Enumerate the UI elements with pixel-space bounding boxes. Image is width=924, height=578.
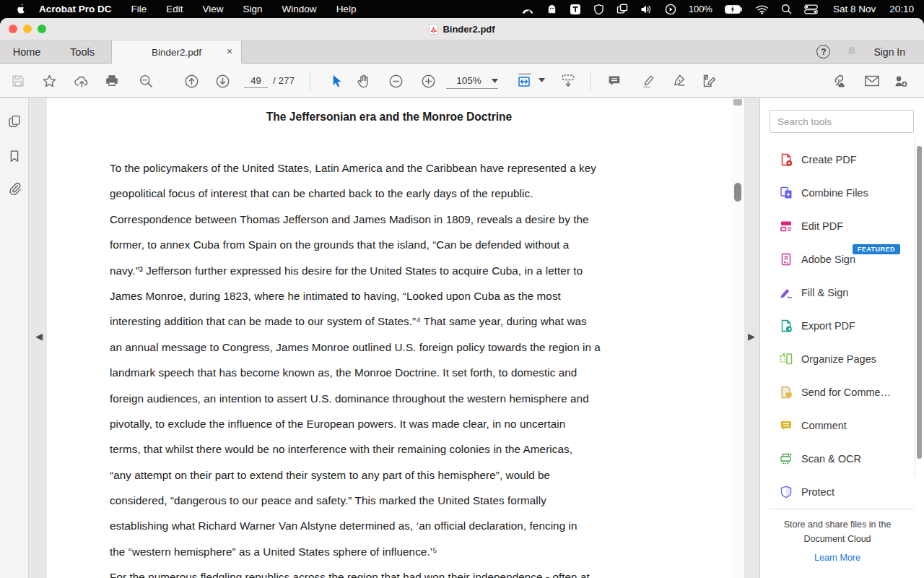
cloud-upload-icon[interactable] <box>73 72 90 90</box>
previous-page-icon[interactable] <box>183 72 200 90</box>
panel-scrollbar-track <box>915 137 915 477</box>
play-status-icon[interactable] <box>665 4 676 15</box>
document-line: For the numerous fledgling republics acr… <box>110 571 687 578</box>
macos-menubar: Acrobat Pro DC File Edit View Sign Windo… <box>0 0 924 18</box>
add-user-icon[interactable] <box>892 72 910 90</box>
pdf-page[interactable]: The Jeffersonian era and the Monroe Doct… <box>47 98 731 578</box>
tab-tools[interactable]: Tools <box>53 40 111 63</box>
document-line: navy.”³ Jefferson further expressed his … <box>110 264 687 290</box>
combine-files-icon <box>779 186 793 200</box>
document-line: interesting addition that can be made to… <box>110 315 687 340</box>
fit-width-dropdown[interactable] <box>515 71 545 89</box>
menubar-time[interactable]: 20:10 <box>889 4 914 14</box>
tool-organize-pages[interactable]: Organize Pages <box>760 342 915 376</box>
zoom-out-icon[interactable] <box>387 72 404 90</box>
minimize-window-button[interactable] <box>23 25 32 33</box>
wifi-icon[interactable] <box>755 4 769 14</box>
vpn-icon[interactable] <box>521 4 534 14</box>
document-line: the “western hemisphere” as a United Sta… <box>110 545 687 571</box>
tools-panel: Create PDF Combine Files Edit PDF FEATUR… <box>759 98 924 578</box>
zoom-level-value: 105% <box>446 75 492 86</box>
tool-scan-ocr[interactable]: Scan & OCR <box>760 442 915 475</box>
tool-edit-pdf[interactable]: Edit PDF <box>760 210 915 243</box>
page-display-icon[interactable] <box>559 72 577 90</box>
learn-more-link[interactable]: Learn More <box>760 553 915 563</box>
comment-tool-icon[interactable] <box>606 72 623 90</box>
print-icon[interactable] <box>103 72 121 90</box>
control-center-icon[interactable] <box>804 4 818 14</box>
tool-label: Export PDF <box>801 320 855 332</box>
edit-pdf-icon <box>779 219 793 233</box>
tab-close-icon[interactable]: × <box>227 46 232 57</box>
star-favorites-icon[interactable] <box>40 72 58 90</box>
menu-file[interactable]: File <box>131 4 147 14</box>
share-link-icon[interactable] <box>829 72 846 90</box>
tab-home[interactable]: Home <box>0 40 53 63</box>
tool-adobe-sign[interactable]: FEATURED Adobe Sign <box>760 243 915 276</box>
battery-icon[interactable] <box>725 5 743 14</box>
tool-protect[interactable]: Protect <box>760 475 915 509</box>
spotlight-search-icon[interactable] <box>781 4 792 14</box>
adobe-sign-icon <box>779 252 793 267</box>
promo-line-1: Store and share files in the <box>760 517 915 532</box>
document-scrollbar[interactable] <box>731 98 744 578</box>
zoom-level-dropdown[interactable]: 105% <box>446 73 498 89</box>
menubar-date[interactable]: Sat 8 Nov <box>833 4 876 14</box>
search-tools-input[interactable] <box>770 110 914 133</box>
window-title-text: Binder2.pdf <box>443 24 494 35</box>
document-line: terms, that whilst there would be no int… <box>110 443 687 468</box>
search-document-icon[interactable] <box>137 72 154 90</box>
select-tool-icon[interactable] <box>327 72 344 90</box>
tool-label: Edit PDF <box>801 220 843 232</box>
ghost-app-icon[interactable] <box>546 4 557 15</box>
previous-page-arrow[interactable]: ◀ <box>35 331 43 342</box>
page-thumbnails-icon[interactable] <box>6 113 22 129</box>
attachments-paperclip-icon[interactable] <box>6 181 22 197</box>
sign-tool-icon[interactable] <box>670 72 687 90</box>
tool-export-pdf[interactable]: Export PDF <box>760 309 915 342</box>
next-page-icon[interactable] <box>214 72 231 90</box>
menu-sign[interactable]: Sign <box>243 4 263 14</box>
bookmarks-icon[interactable] <box>6 148 22 164</box>
menu-edit[interactable]: Edit <box>166 4 183 14</box>
tool-create-pdf[interactable]: Create PDF <box>760 143 915 176</box>
t-app-icon[interactable] <box>570 4 581 15</box>
edit-pdf-tool-icon[interactable] <box>700 72 718 90</box>
next-page-arrow[interactable]: ▶ <box>748 331 755 342</box>
volume-icon[interactable] <box>640 4 653 14</box>
notifications-bell-icon[interactable] <box>845 44 859 59</box>
page-number-input[interactable] <box>244 73 268 88</box>
save-icon[interactable] <box>9 72 27 90</box>
close-window-button[interactable] <box>9 25 17 33</box>
zoom-window-button[interactable] <box>38 25 46 33</box>
panel-scrollbar-thumb[interactable] <box>917 146 922 459</box>
zoom-in-icon[interactable] <box>419 72 437 90</box>
highlighter-tool-icon[interactable] <box>639 72 656 90</box>
app-name[interactable]: Acrobat Pro DC <box>39 4 112 14</box>
organize-pages-icon <box>779 352 793 366</box>
scrollbar-thumb[interactable] <box>734 183 741 202</box>
tool-send-for-comments[interactable]: Send for Comme… <box>760 376 915 409</box>
tool-fill-sign[interactable]: Fill & Sign <box>760 276 915 309</box>
document-cloud-promo: Store and share files in the Document Cl… <box>760 517 915 546</box>
windows-copy-icon[interactable] <box>616 4 628 14</box>
tool-label: Comment <box>801 420 847 431</box>
tabbar: Home Tools Binder2.pdf × ? Sign In <box>0 40 924 64</box>
tool-label: Combine Files <box>801 187 868 199</box>
help-icon[interactable]: ? <box>816 45 830 59</box>
menu-help[interactable]: Help <box>336 4 357 14</box>
tab-document[interactable]: Binder2.pdf × <box>111 40 242 64</box>
menu-view[interactable]: View <box>203 4 224 14</box>
document-heading: The Jeffersonian era and the Monroe Doct… <box>47 111 731 124</box>
tool-comment[interactable]: Comment <box>760 409 915 442</box>
menu-window[interactable]: Window <box>282 4 317 14</box>
battery-percent: 100% <box>689 4 712 14</box>
document-line: establishing what Richard Warner Van Als… <box>110 519 687 545</box>
shield-status-icon[interactable] <box>593 4 604 15</box>
hand-tool-icon[interactable] <box>354 72 372 90</box>
scrollbar-top-marker <box>733 99 742 105</box>
sign-in-button[interactable]: Sign In <box>873 46 905 58</box>
apple-icon[interactable] <box>15 3 26 15</box>
tool-combine-files[interactable]: Combine Files <box>760 176 915 210</box>
email-icon[interactable] <box>863 72 881 90</box>
